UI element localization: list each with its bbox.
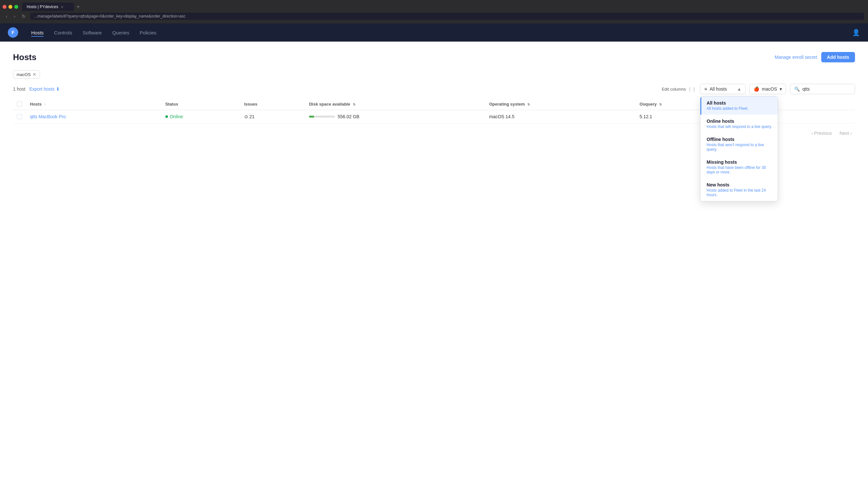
os-apple-icon: 🍎 [754,87,759,92]
traffic-light-yellow[interactable] [9,5,12,9]
nav-item-policies[interactable]: Policies [140,29,157,37]
column-hosts[interactable]: Hosts ↑ [26,98,161,110]
edit-columns-label: Edit columns [662,87,686,92]
dropdown-item-new-hosts[interactable]: New hosts Hosts added to Fleet in the la… [700,178,778,201]
tab-close-icon[interactable]: ✕ [61,5,63,9]
dropdown-item-online-hosts-desc: Hosts that will respond to a live query. [707,124,773,129]
tab-title: Hosts | PYdevices [27,4,58,9]
dropdown-item-missing-hosts[interactable]: Missing hosts Hosts that have been offli… [700,156,778,178]
forward-button[interactable]: › [12,12,17,20]
search-box: 🔍 [790,84,855,94]
header-actions: Manage enroll secret Add hosts [775,52,855,62]
columns-icon: ⋮⋮ [688,87,696,92]
edit-columns-button[interactable]: Edit columns ⋮⋮ [662,87,696,92]
traffic-light-green[interactable] [14,5,18,9]
browser-tab-active[interactable]: Hosts | PYdevices ✕ [22,3,74,11]
dropdown-item-online-hosts[interactable]: Online hosts Hosts that will respond to … [700,115,778,133]
browser-chrome: Hosts | PYdevices ✕ + ‹ › ↻ ...manage/la… [0,0,868,24]
dropdown-item-offline-hosts-desc: Hosts that won't respond to a live query… [707,143,773,152]
column-os[interactable]: Operating system ⇅ [485,98,636,110]
chevron-right-icon: › [850,130,852,136]
select-all-checkbox[interactable] [17,101,22,107]
host-name-link[interactable]: qtts MacBook Pro [30,114,66,119]
export-hosts-label: Export hosts [29,87,55,92]
chevron-up-icon: ▲ [737,87,741,92]
filter-tag-remove-icon[interactable]: ✕ [32,72,36,77]
search-input[interactable] [802,87,835,92]
nav-item-software[interactable]: Software [82,29,102,37]
dropdown-item-all-hosts[interactable]: All hosts All hosts added to Fleet. [700,96,778,115]
reload-button[interactable]: ↻ [20,12,28,20]
row-checkbox-cell [13,110,26,123]
app-nav: F Hosts Controls Software Queries Polici… [0,24,868,42]
sort-os-icon: ⇅ [527,103,530,106]
status-dot-online [165,115,168,118]
toolbar: 1 host Export hosts ⬇ Edit columns ⋮⋮ ≡ … [13,84,855,94]
nav-item-hosts[interactable]: Hosts [31,29,44,37]
row-os: macOS 14.5 [485,110,636,123]
filter-tag-label: macOS [17,72,31,77]
column-status: Status [161,98,241,110]
previous-button[interactable]: ‹ Previous [808,129,835,138]
page-header: Hosts Manage enroll secret Add hosts [13,52,855,62]
sort-disk-icon: ⇅ [353,103,355,106]
dropdown-item-offline-hosts-title: Offline hosts [707,137,773,142]
sort-osquery-icon: ⇅ [659,103,662,106]
dropdown-item-new-hosts-desc: Hosts added to Fleet in the last 24 hour… [707,188,773,197]
os-chevron-down-icon: ▾ [780,87,782,92]
status-dropdown-label: All hosts [710,87,727,92]
dropdown-item-missing-hosts-title: Missing hosts [707,159,773,165]
disk-bar [309,115,335,118]
page-title: Hosts [13,52,36,62]
host-count-text: 1 host [13,87,25,92]
row-checkbox[interactable] [17,114,22,119]
issues-icon: ⊙ [244,114,248,119]
toolbar-right: Edit columns ⋮⋮ ≡ All hosts ▲ All hosts … [662,84,855,94]
dropdown-item-offline-hosts[interactable]: Offline hosts Hosts that won't respond t… [700,133,778,156]
dropdown-item-all-hosts-desc: All hosts added to Fleet. [707,106,773,111]
url-bar[interactable]: ...manage/labels/8?query=qtts&page=0&ord… [30,13,864,20]
user-avatar[interactable]: 👤 [852,29,860,36]
dropdown-item-missing-hosts-desc: Hosts that have been offline for 30 days… [707,165,773,174]
filter-tags: macOS ✕ [13,70,855,79]
nav-item-controls[interactable]: Controls [54,29,72,37]
column-issues: Issues [241,98,305,110]
row-issues: ⊙ 21 [241,110,305,123]
export-icon: ⬇ [56,87,60,92]
status-dropdown-wrapper: ≡ All hosts ▲ All hosts All hosts added … [700,84,745,94]
search-icon: 🔍 [794,87,800,92]
filter-tag-macos: macOS ✕ [13,70,40,79]
nav-item-queries[interactable]: Queries [112,29,129,37]
next-button[interactable]: Next › [837,129,855,138]
add-tab-button[interactable]: + [75,3,81,11]
disk-bar-wrapper: 556.02 GB [309,114,481,119]
status-dropdown-button[interactable]: ≡ All hosts ▲ [700,84,745,94]
host-count-area: 1 host Export hosts ⬇ [13,87,60,92]
add-hosts-button[interactable]: Add hosts [821,52,855,62]
main-content: Hosts Manage enroll secret Add hosts mac… [0,42,868,496]
os-filter-label: macOS [762,87,777,92]
dropdown-item-new-hosts-title: New hosts [707,182,773,187]
row-disk-space: 556.02 GB [305,110,485,123]
traffic-light-red[interactable] [3,5,6,9]
export-hosts-button[interactable]: Export hosts ⬇ [29,87,60,92]
status-dropdown-menu: All hosts All hosts added to Fleet. Onli… [700,96,778,201]
back-button[interactable]: ‹ [4,12,10,20]
dropdown-item-online-hosts-title: Online hosts [707,119,773,124]
disk-bar-fill [309,115,314,118]
row-status: Online [161,110,241,123]
dropdown-item-all-hosts-title: All hosts [707,100,773,106]
status-online-indicator: Online [165,114,236,119]
column-disk-space[interactable]: Disk space available ⇅ [305,98,485,110]
dropdown-filter-icon: ≡ [704,87,707,92]
sort-hosts-icon: ↑ [44,103,46,106]
os-filter-button[interactable]: 🍎 macOS ▾ [749,84,786,94]
manage-secret-button[interactable]: Manage enroll secret [775,55,817,60]
app-logo: F [8,27,18,38]
select-all-header [13,98,26,110]
row-host-name: qtts MacBook Pro [26,110,161,123]
chevron-left-icon: ‹ [811,130,813,136]
